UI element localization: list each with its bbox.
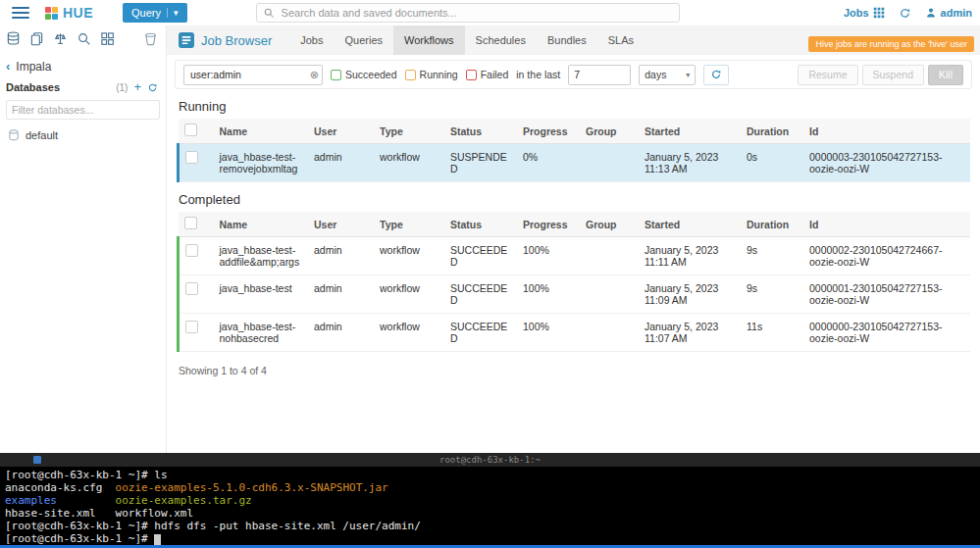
job-user-cell: admin <box>308 237 374 275</box>
jobs-link[interactable]: Jobs <box>844 7 885 19</box>
terminal-titlebar[interactable]: root@cdh-63x-kb-1:~ <box>0 453 980 467</box>
search-bar[interactable] <box>256 3 680 23</box>
column-duration[interactable]: Duration <box>741 119 803 144</box>
menu-icon[interactable] <box>12 7 29 19</box>
row-checkbox[interactable] <box>185 151 198 164</box>
tab-schedules[interactable]: Schedules <box>465 25 537 55</box>
column-progress[interactable]: Progress <box>517 212 580 237</box>
job-action-buttons: Resume Suspend Kill <box>798 65 963 85</box>
column-status[interactable]: Status <box>444 119 517 144</box>
add-database-icon[interactable]: + <box>133 82 141 92</box>
user-menu[interactable]: admin <box>925 7 972 19</box>
column-name[interactable]: Name <box>214 119 309 144</box>
job-name-cell[interactable]: java_hbase-test-removejobxmltag <box>214 144 309 182</box>
running-checkbox[interactable] <box>405 70 416 80</box>
column-progress[interactable]: Progress <box>517 119 580 144</box>
job-duration-cell: 11s <box>741 314 803 352</box>
back-chevron-icon[interactable]: ‹ <box>6 59 10 74</box>
filter-succeeded[interactable]: Succeeded <box>331 69 397 80</box>
search-icon <box>263 7 275 19</box>
table-row[interactable]: java_hbase-test admin workflow SUCCEEDED… <box>179 275 971 314</box>
tables-icon[interactable] <box>6 31 21 46</box>
days-count-input[interactable] <box>568 65 631 85</box>
column-started[interactable]: Started <box>639 119 741 144</box>
column-id[interactable]: Id <box>803 119 970 144</box>
column-started[interactable]: Started <box>639 212 741 237</box>
chevron-down-icon[interactable]: ▾ <box>167 8 179 18</box>
job-name-cell[interactable]: java_hbase-test <box>214 275 309 314</box>
query-button[interactable]: Query ▾ <box>123 3 187 23</box>
column-type[interactable]: Type <box>374 119 444 144</box>
column-group[interactable]: Group <box>580 119 639 144</box>
column-type[interactable]: Type <box>374 212 444 237</box>
query-button-label: Query <box>131 7 161 19</box>
succeeded-label: Succeeded <box>345 69 397 80</box>
days-unit-select[interactable]: days ▾ <box>639 65 696 85</box>
tab-bundles[interactable]: Bundles <box>537 25 597 55</box>
terminal-window[interactable]: root@cdh-63x-kb-1:~ [root@cdh-63x-kb-1 ~… <box>0 453 980 548</box>
filter-failed[interactable]: Failed <box>466 69 509 80</box>
search-input[interactable] <box>280 6 673 20</box>
terminal-text-segment: [root@cdh-63x-kb-1 ~]# <box>5 532 154 545</box>
column-user[interactable]: User <box>308 119 374 144</box>
select-all-checkbox[interactable] <box>184 124 197 136</box>
documents-icon[interactable] <box>29 31 44 46</box>
job-status-cell: SUCCEEDED <box>444 314 517 352</box>
terminal-title: root@cdh-63x-kb-1:~ <box>439 455 541 465</box>
job-group-cell <box>580 314 639 352</box>
terminal-text-segment: anaconda-ks.cfg <box>5 481 116 494</box>
job-group-cell <box>580 275 639 314</box>
history-icon[interactable] <box>899 7 911 20</box>
tab-workflows[interactable]: Workflows <box>393 25 465 55</box>
succeeded-checkbox[interactable] <box>331 70 341 80</box>
chevron-down-icon: ▾ <box>686 71 690 79</box>
column-group[interactable]: Group <box>580 212 639 237</box>
column-user[interactable]: User <box>308 212 374 237</box>
failed-checkbox[interactable] <box>466 70 477 80</box>
column-status[interactable]: Status <box>444 212 517 237</box>
scales-icon[interactable] <box>53 31 68 46</box>
tab-queries[interactable]: Queries <box>335 25 394 55</box>
assist-source-label[interactable]: Impala <box>16 60 51 74</box>
column-id[interactable]: Id <box>803 212 970 237</box>
column-name[interactable]: Name <box>214 212 309 237</box>
table-row[interactable]: java_hbase-test-removejobxmltag admin wo… <box>179 144 971 182</box>
job-duration-cell: 9s <box>741 275 803 314</box>
job-name-cell[interactable]: java_hbase-test-addfile&amp;args <box>214 237 309 275</box>
job-type-cell: workflow <box>374 275 444 314</box>
tab-jobs[interactable]: Jobs <box>289 25 334 55</box>
row-checkbox[interactable] <box>185 321 198 333</box>
table-row[interactable]: java_hbase-test-addfile&amp;args admin w… <box>179 237 971 275</box>
search-assist-icon[interactable] <box>77 31 91 46</box>
column-duration[interactable]: Duration <box>741 212 803 237</box>
select-all-checkbox[interactable] <box>184 217 197 229</box>
terminal-line: hbase-site.xml workflow.xml <box>5 507 975 520</box>
page-title: Job Browser <box>201 33 272 48</box>
bucket-icon[interactable] <box>143 31 158 46</box>
refresh-databases-icon[interactable] <box>147 82 158 93</box>
hue-logo[interactable]: HUE <box>45 5 93 21</box>
row-checkbox[interactable] <box>185 244 198 257</box>
table-row[interactable]: java_hbase-test-nohbasecred admin workfl… <box>179 314 971 352</box>
job-user-cell: admin <box>308 144 374 182</box>
job-status-cell: SUSPENDED <box>444 144 517 182</box>
job-filter-input[interactable] <box>183 65 323 85</box>
left-sidebar: ‹ Impala Databases (1) + default <box>0 25 167 453</box>
suspend-button[interactable]: Suspend <box>862 65 924 85</box>
terminal-line: [root@cdh-63x-kb-1 ~]# ls <box>5 469 975 481</box>
terminal-output[interactable]: [root@cdh-63x-kb-1 ~]# lsanaconda-ks.cfg… <box>0 467 980 547</box>
resume-button[interactable]: Resume <box>798 65 857 85</box>
database-item-default[interactable]: default <box>0 124 166 147</box>
filter-running[interactable]: Running <box>405 69 458 80</box>
tab-slas[interactable]: SLAs <box>597 25 645 55</box>
job-user-cell: admin <box>308 275 374 314</box>
job-name-cell[interactable]: java_hbase-test-nohbasecred <box>214 314 309 352</box>
kill-button[interactable]: Kill <box>928 65 963 85</box>
database-icon <box>8 129 20 141</box>
filter-databases-input[interactable] <box>6 100 160 120</box>
refresh-jobs-button[interactable] <box>703 65 729 85</box>
row-checkbox[interactable] <box>185 282 198 295</box>
topbar-right: Jobs admin <box>844 7 972 20</box>
clear-filter-icon[interactable]: ⊗ <box>310 69 319 81</box>
apps-grid-icon[interactable] <box>100 31 115 46</box>
